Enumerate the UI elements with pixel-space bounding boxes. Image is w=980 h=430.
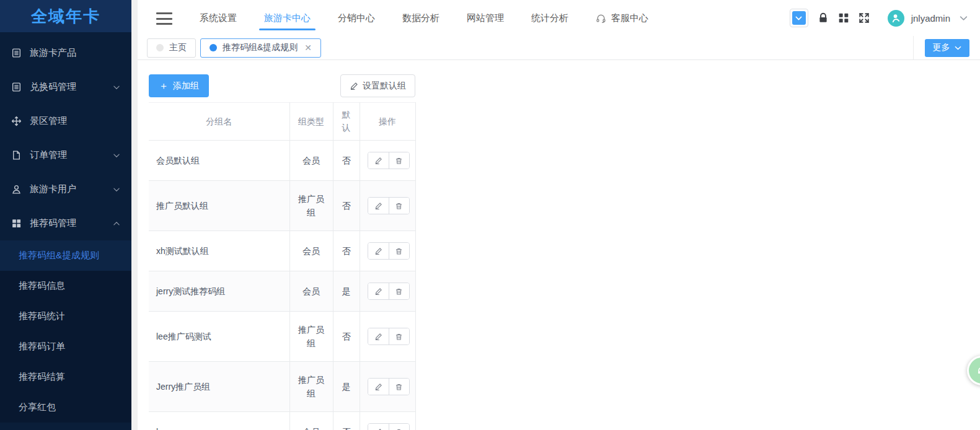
group-type-cell: 会员 — [289, 231, 333, 271]
delete-button[interactable] — [389, 328, 409, 344]
sidebar-item-label: 订单管理 — [30, 149, 113, 161]
group-type-cell: 会员 — [289, 271, 333, 312]
top-nav: 系统设置旅游卡中心分销中心数据分析网站管理统计分析客服中心 — [200, 0, 648, 36]
sidebar-header: 全域年卡 — [0, 0, 131, 32]
edit-button[interactable] — [368, 198, 389, 214]
sidebar-item-label: 旅游卡用户 — [30, 183, 113, 195]
submenu-item-5-1[interactable]: 推荐码信息 — [0, 271, 131, 301]
lock-icon[interactable] — [818, 12, 829, 24]
group-type-cell: 会员 — [289, 412, 333, 430]
group-type-cell: 推广员组 — [289, 362, 333, 412]
sidebar-item-1[interactable]: 兑换码管理 — [0, 70, 131, 104]
fullscreen-icon[interactable] — [859, 12, 870, 24]
default-cell: 否 — [333, 141, 360, 181]
sidebar-item-0[interactable]: 旅游卡产品 — [0, 36, 131, 70]
delete-button[interactable] — [389, 198, 409, 214]
theme-dropdown-button[interactable] — [790, 9, 808, 27]
nav-item-6[interactable]: 客服中心 — [596, 0, 648, 36]
delete-button[interactable] — [389, 283, 409, 299]
tab-home[interactable]: 主页 — [147, 38, 196, 58]
submenu-item-5-3[interactable]: 推荐码订单 — [0, 331, 131, 362]
chevron-down-icon — [113, 152, 120, 159]
table-row: 会员默认组 会员 否 — [149, 141, 415, 181]
group-type-cell: 会员 — [289, 141, 333, 181]
nav-item-3[interactable]: 数据分析 — [402, 0, 439, 36]
page-content: ＋ 添加组 设置默认组 分组名组类型默认操作 会员默认组 会员 否 — [138, 60, 980, 430]
action-button-group — [368, 197, 410, 214]
action-button-group — [368, 242, 410, 260]
nav-item-label: 网站管理 — [467, 12, 504, 24]
close-icon[interactable]: ✕ — [304, 43, 312, 52]
sidebar-item-3[interactable]: 订单管理 — [0, 138, 131, 172]
delete-button[interactable] — [389, 152, 409, 169]
username[interactable]: jnlyadmin — [911, 13, 950, 24]
edit-pencil-icon — [350, 82, 358, 90]
action-button-group — [368, 152, 410, 169]
group-name-cell: 推广员默认组 — [149, 181, 289, 231]
edit-pencil-icon — [374, 428, 382, 430]
nav-item-4[interactable]: 网站管理 — [467, 0, 504, 36]
actions-cell — [360, 231, 415, 271]
plus-icon: ＋ — [159, 81, 169, 91]
submenu-item-5-4[interactable]: 推荐码结算 — [0, 362, 131, 392]
avatar[interactable] — [888, 10, 904, 27]
edit-button[interactable] — [368, 283, 389, 299]
submenu-item-5-2[interactable]: 推荐码统计 — [0, 301, 131, 331]
sidebar-item-5[interactable]: 推荐码管理 — [0, 206, 131, 240]
group-type-cell: 推广员组 — [289, 181, 333, 231]
chevron-down-icon[interactable] — [960, 14, 968, 22]
delete-button[interactable] — [389, 243, 409, 259]
nav-item-5[interactable]: 统计分析 — [531, 0, 568, 36]
submenu-item-label: 推荐码订单 — [19, 341, 65, 353]
set-default-group-button[interactable]: 设置默认组 — [340, 74, 415, 97]
submenu-item-label: 推荐码组&提成规则 — [19, 250, 99, 261]
delete-button[interactable] — [389, 379, 409, 395]
nav-item-label: 客服中心 — [611, 12, 648, 24]
group-name-cell: Jerry推广员组 — [149, 362, 289, 412]
groups-table: 分组名组类型默认操作 会员默认组 会员 否 推广员默认组 推广员组 否 — [149, 102, 416, 430]
group-name-cell: xh测试默认组 — [149, 231, 289, 271]
add-group-button[interactable]: ＋ 添加组 — [149, 74, 209, 97]
nav-item-0[interactable]: 系统设置 — [200, 0, 237, 36]
chevron-down-icon — [955, 45, 961, 51]
trash-icon — [395, 157, 403, 165]
more-button[interactable]: 更多 — [925, 39, 969, 57]
sidebar-item-label: 推荐码管理 — [30, 217, 113, 229]
default-cell: 否 — [333, 412, 360, 430]
hamburger-menu-icon[interactable] — [156, 12, 172, 25]
tab-dot-icon — [156, 44, 164, 51]
sidebar-item-2[interactable]: 景区管理 — [0, 104, 131, 138]
default-cell: 否 — [333, 181, 360, 231]
column-header-1: 组类型 — [289, 103, 333, 141]
nav-item-2[interactable]: 分销中心 — [338, 0, 375, 36]
delete-button[interactable] — [389, 424, 409, 430]
chevron-down-icon — [113, 84, 120, 91]
edit-button[interactable] — [368, 152, 389, 169]
submenu-item-label: 推荐码统计 — [19, 310, 65, 322]
nav-item-1[interactable]: 旅游卡中心 — [264, 0, 311, 36]
trash-icon — [395, 333, 403, 341]
edit-button[interactable] — [368, 379, 389, 395]
action-button-group — [368, 378, 410, 395]
submenu-item-label: 推荐码结算 — [19, 371, 65, 383]
edit-button[interactable] — [368, 243, 389, 259]
submenu-item-label: 分享红包 — [19, 401, 56, 413]
apps-grid-icon[interactable] — [838, 12, 849, 24]
group-name-cell: lee推广码测试 — [149, 312, 289, 362]
sidebar-scrollbar[interactable] — [131, 0, 138, 430]
tab-dot-icon — [210, 44, 217, 51]
tab-recommend-code-rules[interactable]: 推荐码组&提成规则 ✕ — [200, 38, 321, 58]
actions-cell — [360, 141, 415, 181]
edit-button[interactable] — [368, 424, 389, 430]
edit-button[interactable] — [368, 328, 389, 344]
submenu-item-5-0[interactable]: 推荐码组&提成规则 — [0, 240, 131, 271]
doc-lines-icon — [11, 82, 22, 92]
sidebar-item-4[interactable]: 旅游卡用户 — [0, 172, 131, 206]
user-icon — [11, 184, 22, 195]
submenu-item-5-5[interactable]: 分享红包 — [0, 392, 131, 423]
action-button-group — [368, 328, 410, 345]
trash-icon — [395, 428, 403, 430]
group-name-cell: jerry测试推荐码组 — [149, 271, 289, 312]
sidebar: 全域年卡 旅游卡产品兑换码管理景区管理订单管理旅游卡用户推荐码管理推荐码组&提成… — [0, 0, 131, 430]
action-button-group — [368, 283, 410, 300]
